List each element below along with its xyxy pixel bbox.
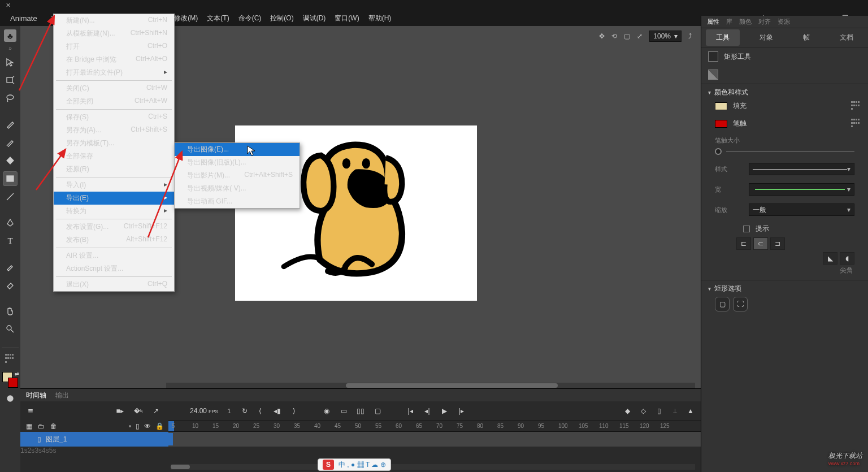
menu-7[interactable]: 控制(O) <box>266 11 298 26</box>
keyframe-graph-icon[interactable]: �৸ <box>133 406 142 415</box>
stage-h-scrollbar[interactable] <box>166 383 695 388</box>
color-swatches[interactable]: ⇄ <box>2 372 18 388</box>
text-tool[interactable]: T <box>3 233 18 248</box>
options-icon[interactable] <box>3 352 18 366</box>
goto-last-icon[interactable]: ⟩ <box>289 406 298 415</box>
prop-tab[interactable]: 对齐 <box>758 18 771 26</box>
prop-tab[interactable]: 库 <box>726 18 732 26</box>
stroke-style-dropdown[interactable]: ▾ <box>749 163 854 175</box>
fill-options-icon[interactable] <box>851 101 861 111</box>
cap-round-button[interactable]: ⊂ <box>753 237 768 250</box>
layer-name[interactable]: 图层_1 <box>46 435 67 444</box>
join-round-button[interactable]: ◖ <box>840 252 854 265</box>
selection-tool[interactable] <box>3 55 18 70</box>
layer-highlight-dot[interactable] <box>129 425 131 427</box>
menu-10[interactable]: 帮助(H) <box>364 11 396 26</box>
export-menu-item[interactable]: 导出图像(E)... <box>175 143 300 156</box>
line-tool[interactable] <box>3 189 18 204</box>
step-back-icon[interactable]: ◂▮ <box>272 406 281 415</box>
hand-tool[interactable] <box>3 304 18 318</box>
file-menu-item[interactable]: 在 Bridge 中浏览Ctrl+Alt+O <box>54 53 174 66</box>
file-menu-item[interactable]: 关闭(C)Ctrl+W <box>54 82 174 95</box>
marker-icon[interactable]: ▢ <box>373 406 382 415</box>
ime-toolbar[interactable]: S 中 , ● ▦ T ☁ ⊕ <box>318 458 391 471</box>
stage-clip-icon[interactable]: ▢ <box>624 32 630 40</box>
layer-row[interactable]: ▯图层_1 <box>20 432 701 447</box>
goto-first-icon[interactable]: ⟨ <box>255 406 264 415</box>
eyedropper-tool[interactable] <box>3 259 18 274</box>
section-color-style[interactable]: 颜色和样式 <box>708 88 861 97</box>
export-menu-item[interactable]: 导出动画 GIF... <box>175 195 300 208</box>
cap-square-button[interactable]: ⊐ <box>770 237 785 250</box>
edit-multiple-icon[interactable]: ▯▯ <box>356 406 365 415</box>
file-menu-item[interactable]: 全部关闭Ctrl+Alt+W <box>54 95 174 108</box>
new-folder-button[interactable]: 🗀 <box>38 422 45 430</box>
timeline-zoom-icon[interactable]: ⟂ <box>670 406 679 415</box>
file-menu-item[interactable]: 保存(S)Ctrl+S <box>54 111 174 124</box>
pencil-tool[interactable] <box>3 135 18 150</box>
file-menu-item[interactable]: 从模板新建(N)...Ctrl+Shift+N <box>54 27 174 40</box>
zoom-dropdown[interactable]: 100%▾ <box>649 31 682 42</box>
file-menu-item[interactable]: 新建(N)...Ctrl+N <box>54 14 174 27</box>
brush-tool[interactable] <box>3 117 18 132</box>
stage-rotate-icon[interactable]: ⟲ <box>611 32 617 40</box>
delete-layer-button[interactable]: 🗑 <box>50 422 57 430</box>
play-button[interactable]: ▶ <box>440 406 449 415</box>
loop-icon[interactable]: ↻ <box>240 406 249 415</box>
prop-tab[interactable]: 属性 <box>707 18 719 26</box>
object-drawing-toggle[interactable] <box>708 70 718 80</box>
keyframe-camera-icon[interactable]: ■▸ <box>115 406 124 415</box>
eraser-tool[interactable] <box>3 278 18 292</box>
insert-frame-icon[interactable]: ▯ <box>654 406 663 415</box>
prop-subtab[interactable]: 工具 <box>706 29 740 46</box>
stroke-color-swatch[interactable] <box>715 120 727 128</box>
app-tab-close[interactable]: ✕ <box>6 2 11 9</box>
onion-outline-icon[interactable]: ▭ <box>339 406 348 415</box>
pen-tool[interactable] <box>3 215 18 230</box>
zoom-tool[interactable] <box>3 322 18 336</box>
layer-outline-icon[interactable]: ▯ <box>136 422 140 430</box>
onion-skin-icon[interactable]: ◉ <box>322 406 331 415</box>
export-menu-item[interactable]: 导出视频/媒体( V)... <box>175 182 300 195</box>
timeline-tab[interactable]: 时间轴 <box>26 391 46 400</box>
workspace-icon[interactable]: ♣ <box>4 29 16 42</box>
layer-track[interactable] <box>168 432 701 447</box>
section-rect-options[interactable]: 矩形选项 <box>708 284 861 293</box>
timeline-menu-icon[interactable]: ▲ <box>686 406 695 415</box>
menu-9[interactable]: 窗口(W) <box>330 11 363 26</box>
timeline-tab[interactable]: 输出 <box>55 391 69 400</box>
menu-6[interactable]: 命令(C) <box>234 11 266 26</box>
stroke-options-icon[interactable] <box>851 119 861 129</box>
menu-8[interactable]: 调试(D) <box>298 11 331 26</box>
join-miter-button[interactable]: ◣ <box>823 252 837 265</box>
file-menu-item[interactable]: 打开Ctrl+O <box>54 40 174 53</box>
menu-5[interactable]: 文本(T) <box>202 11 233 26</box>
prev-frame-icon[interactable]: ◂| <box>423 406 432 415</box>
rectangle-tool[interactable] <box>3 171 18 186</box>
layer-visibility-icon[interactable]: 👁 <box>144 422 151 430</box>
width-profile-dropdown[interactable]: ▾ <box>749 183 854 196</box>
insert-keyframe-icon[interactable]: ◆ <box>623 406 632 415</box>
hinting-checkbox[interactable] <box>743 226 750 232</box>
export-menu-item[interactable]: 导出图像(旧版)(L)... <box>175 156 300 169</box>
new-layer-button[interactable]: ▦ <box>26 422 32 430</box>
next-frame-icon[interactable]: |▸ <box>457 406 466 415</box>
file-menu-item[interactable]: ActionScript 设置... <box>54 262 174 275</box>
prop-subtab[interactable]: 帧 <box>793 29 820 46</box>
layer-lock-icon[interactable]: 🔒 <box>155 422 164 430</box>
keyframe[interactable] <box>168 433 173 445</box>
file-menu-item[interactable]: 打开最近的文件(P) <box>54 66 174 79</box>
prop-subtab[interactable]: 文档 <box>830 29 863 46</box>
cap-butt-button[interactable]: ⊏ <box>736 237 751 250</box>
stage-options-icon[interactable]: ⤴ <box>688 32 692 40</box>
scale-dropdown[interactable]: 一般▾ <box>749 203 854 216</box>
stage-fit-icon[interactable]: ⤢ <box>637 32 643 40</box>
rewind-icon[interactable]: |◂ <box>406 406 415 415</box>
stroke-size-slider[interactable] <box>715 148 722 155</box>
timeline-h-scrollbar[interactable] <box>171 464 695 470</box>
panel-collapse-icon[interactable]: » <box>8 45 12 51</box>
insert-blank-keyframe-icon[interactable]: ◇ <box>639 406 648 415</box>
menu-4[interactable]: 修改(M) <box>170 11 202 26</box>
object-drawing-icon[interactable] <box>3 391 18 406</box>
free-transform-tool[interactable] <box>3 73 18 88</box>
